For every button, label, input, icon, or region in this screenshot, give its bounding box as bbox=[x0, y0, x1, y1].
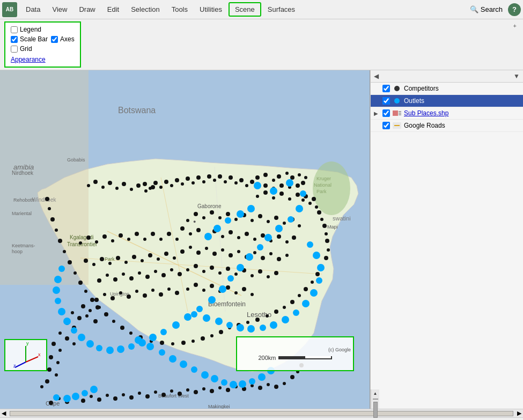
svg-point-250 bbox=[145, 394, 150, 399]
competitors-visibility-checkbox[interactable] bbox=[382, 85, 390, 92]
svg-point-300 bbox=[151, 185, 155, 189]
panel-scroll-down[interactable]: ▼ bbox=[513, 72, 520, 80]
svg-point-381 bbox=[394, 98, 400, 104]
svg-point-348 bbox=[260, 325, 266, 331]
subplaces-label[interactable]: Sub Places.shp bbox=[404, 109, 448, 117]
svg-point-89 bbox=[315, 272, 320, 276]
scroll-up-arrow[interactable]: ▲ bbox=[372, 389, 379, 397]
svg-point-265 bbox=[267, 383, 270, 386]
svg-point-134 bbox=[251, 219, 254, 222]
subplaces-visibility-checkbox[interactable] bbox=[382, 109, 390, 117]
google-roads-label: Google Roads bbox=[404, 122, 445, 129]
grid-checkbox[interactable] bbox=[11, 46, 18, 53]
grid-checkbox-label[interactable]: Grid bbox=[11, 45, 32, 53]
menu-view[interactable]: View bbox=[47, 3, 72, 16]
svg-point-367 bbox=[146, 343, 154, 350]
legend-checkbox[interactable] bbox=[11, 26, 18, 33]
svg-point-264 bbox=[258, 386, 262, 390]
menu-bar: AB Data View Draw Edit Selection Tools U… bbox=[0, 0, 523, 19]
svg-line-375 bbox=[26, 357, 38, 362]
search-button[interactable]: 🔍 Search bbox=[466, 4, 507, 15]
scale-bar-display: (c) Google 200km bbox=[236, 336, 354, 371]
panel-collapse-button[interactable]: ◀ bbox=[374, 72, 379, 80]
svg-point-102 bbox=[210, 334, 213, 337]
menu-edit[interactable]: Edit bbox=[102, 3, 124, 16]
svg-point-160 bbox=[143, 238, 146, 241]
layer-item-outlets[interactable]: Outlets bbox=[371, 95, 523, 107]
layer-item-subplaces[interactable]: ▶ Sub Places.shp bbox=[371, 107, 523, 120]
horizontal-scrollbar[interactable]: ◀ ▶ bbox=[0, 409, 523, 417]
svg-point-79 bbox=[312, 197, 316, 201]
menu-tools[interactable]: Tools bbox=[166, 3, 193, 16]
hscroll-left-arrow[interactable]: ◀ bbox=[0, 410, 8, 417]
map-container[interactable]: amibia Botswana Windhoek swatini Gaboron… bbox=[0, 70, 370, 409]
google-roads-visibility-checkbox[interactable] bbox=[382, 122, 390, 129]
svg-point-248 bbox=[129, 395, 134, 400]
scroll-track[interactable] bbox=[373, 399, 378, 400]
svg-point-297 bbox=[130, 188, 133, 191]
svg-point-104 bbox=[191, 340, 195, 343]
svg-point-128 bbox=[202, 216, 205, 219]
competitors-icon bbox=[392, 85, 402, 92]
svg-point-90 bbox=[311, 281, 314, 284]
svg-point-268 bbox=[290, 375, 294, 379]
axes-label: Axes bbox=[60, 35, 75, 43]
expand-button[interactable]: + bbox=[511, 21, 519, 30]
menu-scene[interactable]: Scene bbox=[229, 2, 261, 17]
svg-point-121 bbox=[58, 239, 62, 243]
svg-point-207 bbox=[178, 272, 182, 276]
svg-point-208 bbox=[170, 268, 173, 271]
svg-point-101 bbox=[219, 330, 223, 334]
svg-point-368 bbox=[135, 336, 142, 344]
svg-point-301 bbox=[254, 182, 261, 189]
menu-utilities[interactable]: Utilities bbox=[194, 3, 227, 16]
app-logo: AB bbox=[2, 2, 17, 17]
svg-point-42 bbox=[304, 176, 307, 179]
svg-point-189 bbox=[124, 261, 128, 264]
appearance-link[interactable]: Appearance bbox=[11, 56, 75, 63]
svg-point-74 bbox=[288, 197, 291, 201]
svg-point-117 bbox=[78, 281, 83, 285]
svg-point-332 bbox=[54, 276, 62, 283]
svg-point-231 bbox=[143, 293, 147, 298]
svg-point-215 bbox=[113, 277, 117, 282]
svg-point-150 bbox=[253, 238, 256, 241]
scalebar-label: 200km bbox=[258, 355, 276, 361]
hscroll-track[interactable] bbox=[10, 411, 513, 416]
svg-point-143 bbox=[196, 228, 201, 232]
menu-draw[interactable]: Draw bbox=[73, 3, 100, 16]
svg-point-318 bbox=[160, 329, 167, 335]
svg-point-182 bbox=[285, 254, 289, 257]
svg-point-294 bbox=[108, 181, 112, 185]
svg-point-244 bbox=[97, 397, 101, 402]
menu-data[interactable]: Data bbox=[20, 3, 46, 16]
svg-point-203 bbox=[251, 274, 254, 277]
help-button[interactable]: ? bbox=[508, 3, 521, 16]
scalebar-checkbox-label[interactable]: Scale Bar bbox=[11, 35, 48, 43]
layer-item-google-roads[interactable]: Google Roads bbox=[371, 120, 523, 132]
hscroll-right-arrow[interactable]: ▶ bbox=[515, 410, 523, 417]
scalebar-checkbox[interactable] bbox=[11, 36, 18, 43]
svg-point-206 bbox=[274, 271, 278, 275]
svg-point-336 bbox=[225, 217, 231, 224]
legend-checkbox-label[interactable]: Legend bbox=[11, 26, 41, 33]
svg-point-198 bbox=[210, 266, 214, 270]
svg-point-285 bbox=[49, 355, 53, 359]
menu-selection[interactable]: Selection bbox=[126, 3, 165, 16]
svg-point-60 bbox=[191, 181, 195, 185]
svg-point-364 bbox=[180, 360, 187, 368]
svg-point-186 bbox=[148, 253, 152, 257]
svg-point-130 bbox=[218, 216, 222, 219]
layer-item-competitors[interactable]: Competitors bbox=[371, 83, 523, 95]
axes-checkbox[interactable] bbox=[51, 36, 58, 43]
right-panel-scrollbar[interactable]: ▲ ▼ bbox=[371, 389, 379, 409]
svg-point-93 bbox=[290, 300, 294, 304]
axes-checkbox-label[interactable]: Axes bbox=[51, 35, 75, 43]
svg-point-72 bbox=[272, 196, 275, 200]
outlets-visibility-checkbox[interactable] bbox=[382, 97, 390, 105]
svg-point-245 bbox=[106, 394, 109, 397]
menu-surfaces[interactable]: Surfaces bbox=[262, 3, 300, 16]
svg-point-276 bbox=[85, 314, 89, 318]
scroll-thumb[interactable] bbox=[373, 402, 378, 418]
svg-point-54 bbox=[224, 180, 227, 183]
